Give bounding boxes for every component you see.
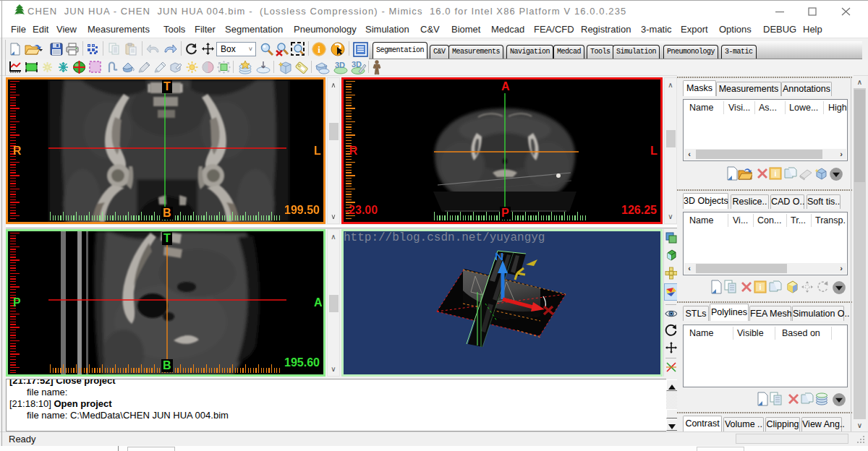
svg-text:i: i: [759, 283, 761, 291]
svg-text:3D: 3D: [352, 60, 362, 69]
svg-text:http://blog.csdn.net/yuyangyg: http://blog.csdn.net/yuyangyg: [344, 231, 545, 244]
svg-text:3D: 3D: [335, 61, 345, 69]
svg-text:i: i: [774, 169, 776, 178]
svg-text:i: i: [318, 44, 320, 55]
